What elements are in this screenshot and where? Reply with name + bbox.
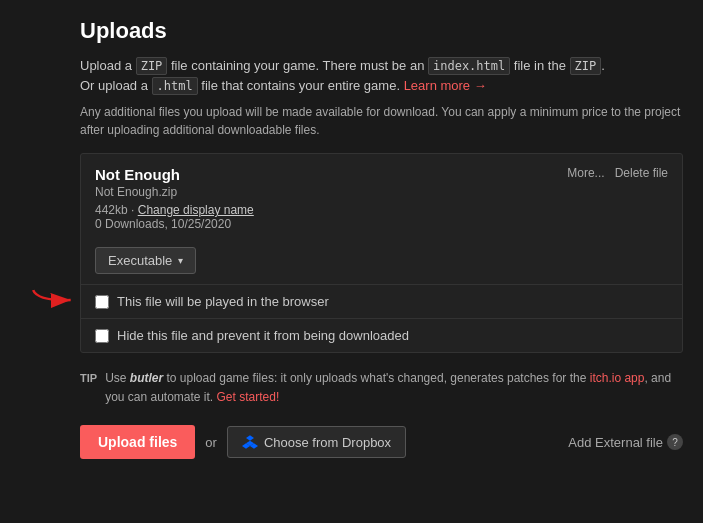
itch-app-link[interactable]: itch.io app — [590, 371, 645, 385]
dropbox-icon — [242, 434, 258, 450]
change-display-name-link[interactable]: Change display name — [138, 203, 254, 217]
add-external-link[interactable]: Add External file — [568, 435, 663, 450]
learn-more-link[interactable]: Learn more → — [404, 78, 487, 93]
file-action-links: More... Delete file — [567, 166, 668, 180]
dropbox-button[interactable]: Choose from Dropbox — [227, 426, 406, 458]
get-started-link[interactable]: Get started! — [217, 390, 280, 404]
file-type-label: Executable — [108, 253, 172, 268]
add-external-section: Add External file ? — [568, 434, 683, 450]
file-subtitle: Not Enough.zip — [95, 185, 180, 199]
page-title: Uploads — [80, 18, 683, 44]
file-header: Not Enough Not Enough.zip More... Delete… — [81, 154, 682, 199]
file-type-dropdown[interactable]: Executable ▾ — [95, 247, 196, 274]
butler-text: butler — [130, 371, 163, 385]
tip-label: TIP — [80, 370, 97, 407]
html-code: .html — [152, 77, 198, 95]
tip-text: Use butler to upload game files: it only… — [105, 369, 683, 407]
hide-file-label: Hide this file and prevent it from being… — [117, 328, 409, 343]
hide-file-checkbox[interactable] — [95, 329, 109, 343]
index-code: index.html — [428, 57, 510, 75]
additional-info-text: Any additional files you upload will be … — [80, 103, 683, 139]
file-type-row: Executable ▾ — [81, 241, 682, 284]
or-text: or — [205, 435, 217, 450]
more-link[interactable]: More... — [567, 166, 604, 180]
description-block: Upload a ZIP file containing your game. … — [80, 56, 683, 95]
tip-box: TIP Use butler to upload game files: it … — [80, 369, 683, 407]
browser-play-checkbox[interactable] — [95, 295, 109, 309]
delete-file-link[interactable]: Delete file — [615, 166, 668, 180]
file-meta: 442kb · Change display name 0 Downloads,… — [81, 199, 682, 241]
help-icon[interactable]: ? — [667, 434, 683, 450]
file-size: 442kb — [95, 203, 128, 217]
file-downloads: 0 Downloads, 10/25/2020 — [95, 217, 231, 231]
desc-line1: Upload a ZIP file containing your game. … — [80, 58, 605, 93]
zip-code-2: ZIP — [570, 57, 602, 75]
upload-files-button[interactable]: Upload files — [80, 425, 195, 459]
file-box: Not Enough Not Enough.zip More... Delete… — [80, 153, 683, 353]
browser-play-row: This file will be played in the browser — [81, 284, 682, 318]
dropbox-label: Choose from Dropbox — [264, 435, 391, 450]
browser-play-label: This file will be played in the browser — [117, 294, 329, 309]
bottom-bar: Upload files or Choose from Dropbox Add … — [80, 425, 683, 459]
hide-file-row: Hide this file and prevent it from being… — [81, 318, 682, 352]
zip-code-1: ZIP — [136, 57, 168, 75]
chevron-down-icon: ▾ — [178, 255, 183, 266]
file-title: Not Enough — [95, 166, 180, 183]
file-info: Not Enough Not Enough.zip — [95, 166, 180, 199]
